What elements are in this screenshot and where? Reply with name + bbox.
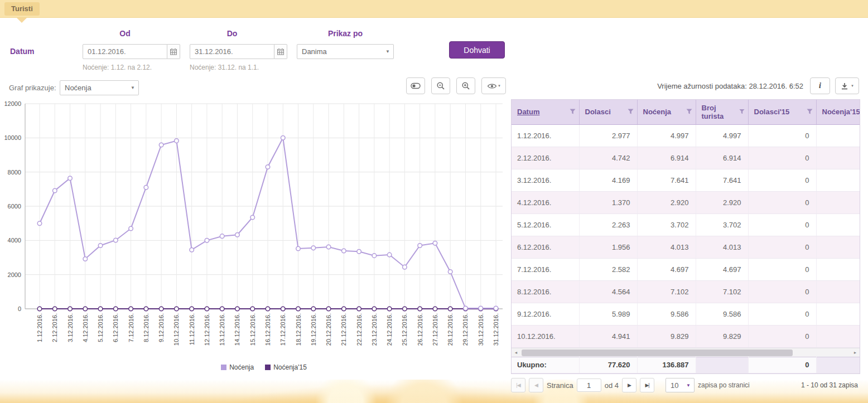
table-cell: 2.12.2016. [512,147,579,169]
svg-text:10000: 10000 [4,134,21,141]
column-header[interactable]: Noćenja [637,100,696,124]
legend-label: Noćenja'15 [273,363,307,371]
data-grid: DatumDolasciNoćenjaBroj turistaDolasci'1… [511,99,860,374]
table-cell: 0 [748,213,816,236]
svg-text:18.12.2016.: 18.12.2016. [295,313,302,346]
table-cell: 4.697 [637,258,696,280]
date-from-group: Od Noćenje: 1.12. na 2.12. [83,29,180,71]
dohvati-button[interactable]: Dohvati [449,41,505,59]
table-cell [816,213,860,236]
od-label: Od [83,29,167,38]
column-header[interactable]: Dolasci'15 [748,100,816,124]
date-to-calendar-button[interactable] [274,44,287,59]
table-cell [816,124,860,147]
series-visibility-button[interactable]: ▾ [481,77,506,94]
svg-text:2000: 2000 [8,271,21,278]
table-cell: 2.920 [696,191,748,213]
svg-text:16.12.2016.: 16.12.2016. [264,313,271,346]
horizontal-scrollbar[interactable]: ◄ ► [512,348,860,357]
filter-icon[interactable] [628,109,634,115]
download-button[interactable]: ▾ [835,77,859,94]
svg-text:28.12.2016.: 28.12.2016. [447,313,454,346]
table-cell [816,280,860,303]
table-cell: 9.12.2016. [512,303,579,325]
toggle-icon [411,82,421,90]
column-header[interactable]: Broj turista [696,100,748,124]
table-cell [816,191,860,213]
tab-turisti[interactable]: Turisti [4,2,40,16]
table-cell [816,303,860,325]
table-row[interactable]: 3.12.2016.4.1697.6417.6410 [512,169,860,191]
svg-text:10.12.2016.: 10.12.2016. [173,313,180,346]
column-header[interactable]: Dolasci [579,100,637,124]
do-label: Do [190,29,274,38]
table-cell: 4.997 [637,124,696,147]
first-page-button[interactable]: |◀ [511,378,525,392]
scroll-right-button[interactable]: ► [851,348,860,357]
column-header[interactable]: Noćenja'15 [816,100,860,124]
table-row[interactable]: 4.12.2016.1.3702.9202.9200 [512,191,860,213]
table-cell: 4.169 [579,169,637,191]
line-chart: 0200040006000800010000120001.12.2016.2.1… [4,98,507,365]
scroll-left-button[interactable]: ◄ [512,348,520,357]
filter-icon[interactable] [570,109,576,115]
svg-text:23.12.2016.: 23.12.2016. [371,313,378,346]
table-cell: 3.12.2016. [512,169,579,191]
svg-text:1.12.2016.: 1.12.2016. [36,313,43,342]
table-cell: 6.914 [637,147,696,169]
table-cell: 0 [748,258,816,280]
info-button[interactable]: i [810,77,830,94]
table-cell: 9.586 [696,303,748,325]
last-page-button[interactable]: ▶| [640,378,654,392]
page-size-value: 10 [666,381,683,390]
date-to-input[interactable] [190,44,274,59]
table-row[interactable]: 10.12.2016.4.9419.8299.8290 [512,325,860,347]
info-icon: i [819,81,821,90]
svg-text:27.12.2016.: 27.12.2016. [432,313,438,346]
table-header-row: Vrijeme ažurnosti podataka: 28.12.2016. … [558,77,859,94]
next-page-button[interactable]: ▶ [622,378,636,392]
svg-text:31.12.2016.: 31.12.2016. [493,313,499,346]
table-cell: 3.702 [637,213,696,236]
table-row[interactable]: 6.12.2016.1.9564.0134.0130 [512,236,860,258]
footer-total-value: 0 [748,357,816,373]
svg-text:20.12.2016.: 20.12.2016. [325,313,332,346]
prev-page-button[interactable]: ◀ [529,378,543,392]
page-size-select[interactable]: 10 ▼ [666,378,695,392]
table-row[interactable]: 2.12.2016.4.7426.9146.9140 [512,147,860,169]
filter-icon[interactable] [739,109,745,115]
legend-item[interactable]: Noćenja'15 [265,363,307,371]
legend-item[interactable]: Noćenja [221,363,254,371]
prikaz-po-select[interactable]: Danima ▼ [297,44,394,59]
table-cell: 0 [748,325,816,347]
table-row[interactable]: 1.12.2016.2.9774.9974.9970 [512,124,860,147]
table-row[interactable]: 9.12.2016.5.9899.5869.5860 [512,303,860,325]
eye-icon [487,82,497,90]
table-cell: 0 [748,280,816,303]
download-icon [841,82,848,90]
date-from-calendar-button[interactable] [167,44,180,59]
table-row[interactable]: 8.12.2016.4.5647.1027.1020 [512,280,860,303]
table-footer: Ukupno:77.620136.8870 [512,357,860,373]
graf-prikazuje-select[interactable]: Noćenja ▼ [60,80,139,95]
chart-toggle-button[interactable] [406,77,425,94]
chevron-down-icon: ▼ [127,85,138,90]
calendar-icon [170,48,177,55]
chevron-down-icon: ▾ [498,84,500,88]
column-header[interactable]: Datum [512,100,579,124]
svg-text:24.12.2016.: 24.12.2016. [386,313,393,346]
date-from-input[interactable] [83,44,167,59]
filter-icon[interactable] [686,109,692,115]
table-row[interactable]: 5.12.2016.2.2633.7023.7020 [512,213,860,236]
table-row[interactable]: 7.12.2016.2.5824.6974.6970 [512,258,860,280]
page-number-input[interactable] [577,378,601,392]
filter-icon[interactable] [807,109,813,115]
svg-text:12.12.2016.: 12.12.2016. [204,313,210,346]
scrollbar-thumb[interactable] [522,349,793,356]
table-cell: 4.941 [579,325,637,347]
column-header-label[interactable]: Datum [517,108,539,116]
table-cell: 0 [748,236,816,258]
zoom-out-button[interactable] [431,77,450,94]
table-cell: 2.582 [579,258,637,280]
zoom-in-button[interactable] [456,77,475,94]
